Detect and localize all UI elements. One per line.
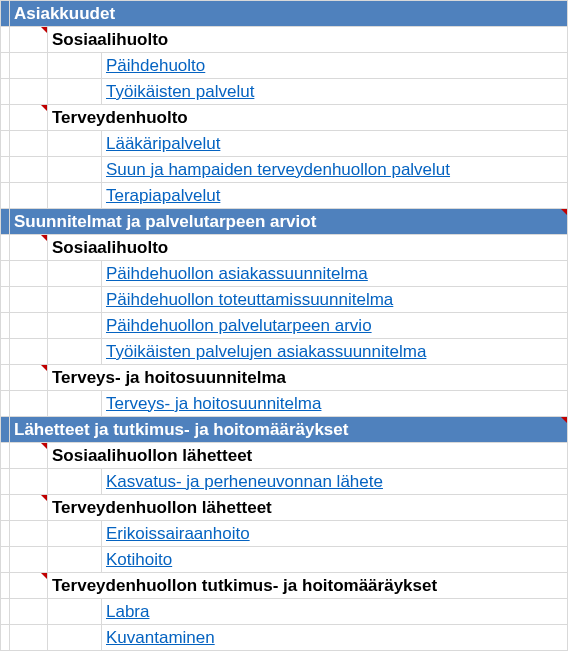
item-link[interactable]: Päihdehuollon palvelutarpeen arvio [106,316,372,335]
section-header-cell [1,1,10,27]
group-header: Terveys- ja hoitosuunnitelma [48,365,568,391]
item-cell: Erikoissairaanhoito [102,521,568,547]
item-cell: Päihdehuollon toteuttamissuunnitelma [102,287,568,313]
section-header: Suunnitelmat ja palvelutarpeen arviot [10,209,568,235]
section-header: Lähetteet ja tutkimus- ja hoitomääräykse… [10,417,568,443]
group-header: Terveydenhuolto [48,105,568,131]
item-link[interactable]: Kasvatus- ja perheneuvonnan lähete [106,472,383,491]
section-header-cell [1,209,10,235]
item-link[interactable]: Päihdehuollon asiakassuunnitelma [106,264,368,283]
item-cell: Kuvantaminen [102,625,568,651]
item-link[interactable]: Labra [106,602,149,621]
item-link[interactable]: Päihdehuollon toteuttamissuunnitelma [106,290,393,309]
item-cell: Labra [102,599,568,625]
item-link[interactable]: Terveys- ja hoitosuunnitelma [106,394,321,413]
item-link[interactable]: Työikäisten palvelujen asiakassuunnitelm… [106,342,426,361]
item-cell: Päihdehuollon palvelutarpeen arvio [102,313,568,339]
hierarchy-table: AsiakkuudetSosiaalihuoltoPäihdehuoltoTyö… [0,0,568,651]
item-cell: Terveys- ja hoitosuunnitelma [102,391,568,417]
item-cell: Suun ja hampaiden terveydenhuollon palve… [102,157,568,183]
group-header: Sosiaalihuolto [48,27,568,53]
item-cell: Kotihoito [102,547,568,573]
item-cell: Päihdehuollon asiakassuunnitelma [102,261,568,287]
item-cell: Terapiapalvelut [102,183,568,209]
section-header-cell [1,417,10,443]
item-link[interactable]: Kuvantaminen [106,628,215,647]
item-cell: Työikäisten palvelujen asiakassuunnitelm… [102,339,568,365]
section-header: Asiakkuudet [10,1,568,27]
item-link[interactable]: Työikäisten palvelut [106,82,254,101]
item-link[interactable]: Päihdehuolto [106,56,205,75]
item-cell: Työikäisten palvelut [102,79,568,105]
item-cell: Kasvatus- ja perheneuvonnan lähete [102,469,568,495]
item-link[interactable]: Kotihoito [106,550,172,569]
item-cell: Päihdehuolto [102,53,568,79]
group-header: Sosiaalihuolto [48,235,568,261]
group-header: Terveydenhuollon lähetteet [48,495,568,521]
group-header: Terveydenhuollon tutkimus- ja hoitomäärä… [48,573,568,599]
item-link[interactable]: Erikoissairaanhoito [106,524,250,543]
item-link[interactable]: Suun ja hampaiden terveydenhuollon palve… [106,160,450,179]
item-link[interactable]: Terapiapalvelut [106,186,220,205]
item-link[interactable]: Lääkäripalvelut [106,134,220,153]
item-cell: Lääkäripalvelut [102,131,568,157]
group-header: Sosiaalihuollon lähetteet [48,443,568,469]
